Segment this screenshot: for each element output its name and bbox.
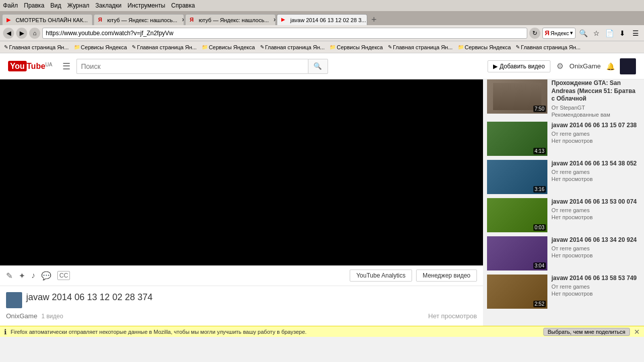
related-title-5: javaw 2014 06 06 13 34 20 924 [551, 236, 640, 244]
bookmark-1[interactable]: ✎ Главная страница Ян... [2, 43, 71, 51]
tab-4[interactable]: ▶ javaw 2014 06 13 12 02 28 3... ✕ [277, 14, 367, 25]
bookmark-8-icon: 📁 [458, 44, 464, 50]
related-thumb-4: 0:03 [487, 198, 547, 232]
related-video-2[interactable]: 4:13 javaw 2014 06 06 13 15 07 238 От re… [487, 122, 640, 156]
menu-journal[interactable]: Журнал [67, 2, 90, 9]
video-title-row: javaw 2014 06 13 12 02 28 374 [6, 292, 477, 308]
home-button[interactable]: ⌂ [29, 28, 40, 39]
related-video-6[interactable]: 2:52 javaw 2014 06 06 13 58 53 749 От re… [487, 275, 640, 309]
music-icon[interactable]: ♪ [31, 271, 35, 280]
video-controls: ✎ ✦ ♪ 💬 CC YouTube Analytics Менеджер ви… [0, 265, 483, 286]
bookmark-9-icon: ✎ [516, 44, 520, 50]
tab-3-close[interactable]: ✕ [272, 17, 276, 24]
tabs-bar: ▶ СМОТРЕТЬ ОНЛАЙН КАК... ✕ Я ютуб — Янде… [0, 11, 644, 25]
related-info-6: javaw 2014 06 06 13 58 53 749 От rerre g… [551, 275, 640, 309]
bookmark-5[interactable]: ✎ Главная страница Ян... [258, 43, 327, 51]
forward-button[interactable]: ▶ [16, 28, 27, 39]
related-channel-3: От rerre games [551, 169, 640, 175]
related-thumb-5: 3:04 [487, 236, 547, 270]
enhance-icon[interactable]: ✦ [19, 271, 25, 281]
new-tab-button[interactable]: + [368, 14, 380, 25]
edit-icon[interactable]: ✎ [6, 271, 13, 281]
menu-file[interactable]: Файл [3, 2, 18, 9]
reload-button[interactable]: ↻ [529, 28, 540, 39]
duration-2: 4:13 [533, 148, 546, 154]
share-preferences-button[interactable]: Выбрать, чем мне поделиться [543, 328, 630, 336]
bookmark-2[interactable]: 📁 Сервисы Яндекса [72, 43, 129, 51]
related-video-1[interactable]: 7:50 Прохождение GTA: San Andreas (Мисси… [487, 79, 640, 118]
youtube-header: YouTubeUA ☰ 🔍 ▶ Добавить видео ⚙ OnixGam… [0, 53, 644, 79]
search-button[interactable]: 🔍 [578, 28, 589, 39]
user-avatar[interactable] [620, 58, 636, 74]
download-button[interactable]: ⬇ [617, 28, 628, 39]
bookmark-4-label: Сервисы Яндекса [209, 44, 255, 50]
bookmark-7[interactable]: ✎ Главная страница Ян... [386, 43, 455, 51]
search-engine-selector[interactable]: Я Яндекс ▾ [542, 28, 576, 39]
cc-icon[interactable]: CC [57, 271, 70, 280]
youtube-logo[interactable]: YouTubeUA [8, 62, 52, 71]
bookmark-7-label: Главная страница Ян... [393, 44, 453, 50]
video-count: 1 видео [41, 313, 63, 320]
add-video-icon: ▶ [493, 63, 498, 70]
reader-mode-button[interactable]: 📄 [604, 28, 615, 39]
youtube-analytics-button[interactable]: YouTube Analytics [350, 269, 412, 282]
bookmark-8[interactable]: 📁 Сервисы Яндекса [456, 43, 513, 51]
bookmark-9[interactable]: ✎ Главная страница Ян... [514, 43, 583, 51]
tab-1[interactable]: ▶ СМОТРЕТЬ ОНЛАЙН КАК... ✕ [2, 14, 93, 25]
video-action-buttons: YouTube Analytics Менеджер видео [350, 269, 477, 282]
back-button[interactable]: ◀ [3, 28, 14, 39]
bookmark-8-label: Сервисы Яндекса [465, 44, 511, 50]
notifications-button[interactable]: 🔔 [605, 61, 616, 72]
tab-2[interactable]: Я ютуб — Яндекс: нашлось... ✕ [94, 14, 184, 25]
related-views-4: Нет просмотров [551, 214, 640, 220]
bookmark-3[interactable]: ✎ Главная страница Ян... [130, 43, 199, 51]
tab-4-favicon: ▶ [281, 17, 288, 24]
menu-help[interactable]: Справка [171, 2, 195, 9]
related-video-5[interactable]: 3:04 javaw 2014 06 06 13 34 20 924 От re… [487, 236, 640, 270]
add-video-button[interactable]: ▶ Добавить видео [488, 60, 550, 72]
search-engine-label: Яндекс [550, 30, 569, 36]
comment-icon[interactable]: 💬 [41, 271, 51, 281]
related-info-2: javaw 2014 06 06 13 15 07 238 От rerre g… [551, 122, 640, 156]
related-title-6: javaw 2014 06 06 13 58 53 749 [551, 275, 640, 283]
bookmark-star-button[interactable]: ☆ [591, 28, 602, 39]
youtube-page: YouTubeUA ☰ 🔍 ▶ Добавить видео ⚙ OnixGam… [0, 53, 644, 337]
related-info-5: javaw 2014 06 06 13 34 20 924 От rerre g… [551, 236, 640, 270]
header-right: ▶ Добавить видео ⚙ OnixGame 🔔 [488, 58, 636, 74]
duration-5: 3:04 [533, 262, 546, 269]
duration-1: 7:50 [533, 106, 546, 112]
menu-tools[interactable]: Инструменты [128, 2, 166, 9]
tab-3[interactable]: Я ютуб — Яндекс: нашлось... ✕ [185, 14, 276, 25]
menu-bookmarks[interactable]: Закладки [96, 2, 122, 9]
bookmark-4-icon: 📁 [202, 44, 208, 50]
search-input[interactable] [76, 59, 308, 74]
bookmark-1-label: Главная страница Ян... [9, 44, 69, 50]
menu-button[interactable]: ☰ [630, 28, 641, 39]
video-manager-button[interactable]: Менеджер видео [416, 269, 477, 282]
related-info-3: javaw 2014 06 06 13 54 38 052 От rerre g… [551, 160, 640, 194]
tab-1-close[interactable]: ✕ [91, 17, 93, 24]
menu-view[interactable]: Вид [50, 2, 61, 9]
related-title-2: javaw 2014 06 06 13 15 07 238 [551, 122, 640, 130]
related-title-3: javaw 2014 06 06 13 54 38 052 [551, 160, 640, 168]
search-engine-dropdown-icon: ▾ [570, 30, 573, 36]
search-submit-button[interactable]: 🔍 [308, 59, 328, 74]
menu-edit[interactable]: Правка [24, 2, 45, 9]
channel-name[interactable]: OnixGame [6, 312, 37, 320]
related-channel-6: От rerre games [551, 284, 640, 290]
notification-close-button[interactable]: ✕ [634, 328, 640, 336]
bookmark-4[interactable]: 📁 Сервисы Яндекса [200, 43, 257, 51]
bookmark-6-icon: 📁 [330, 44, 336, 50]
hamburger-menu-button[interactable]: ☰ [62, 61, 70, 72]
bookmark-6[interactable]: 📁 Сервисы Яндекса [328, 43, 385, 51]
tab-1-label: СМОТРЕТЬ ОНЛАЙН КАК... [16, 17, 88, 23]
tab-2-favicon: Я [98, 17, 105, 24]
address-input[interactable] [42, 28, 527, 39]
video-player[interactable] [0, 79, 483, 265]
youtube-content: ✎ ✦ ♪ 💬 CC YouTube Analytics Менеджер ви… [0, 79, 644, 337]
related-video-3[interactable]: 3:16 javaw 2014 06 06 13 54 38 052 От re… [487, 160, 640, 194]
related-video-4[interactable]: 0:03 javaw 2014 06 06 13 53 00 074 От re… [487, 198, 640, 232]
tab-2-close[interactable]: ✕ [180, 17, 184, 24]
browser-menu-bar: Файл Правка Вид Журнал Закладки Инструме… [0, 0, 644, 11]
settings-button[interactable]: ⚙ [554, 61, 566, 72]
